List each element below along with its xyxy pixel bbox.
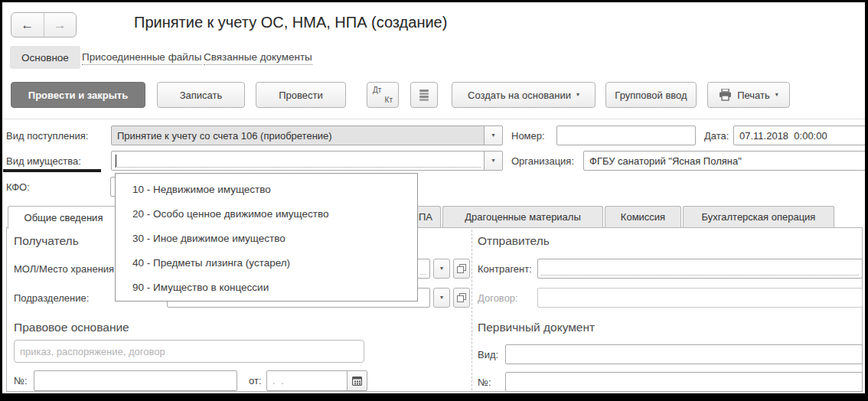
column-divider	[472, 230, 472, 390]
property-type-dropdown-list: 10 - Недвижимое имущество 20 - Особо цен…	[115, 173, 418, 302]
combo-dropdown-button[interactable]: ▾	[484, 152, 502, 170]
date-input[interactable]	[733, 126, 866, 145]
create-on-basis-label: Создать на основании	[468, 90, 571, 101]
print-label: Печать	[737, 90, 770, 101]
create-on-basis-button[interactable]: Создать на основании ▾	[452, 82, 596, 108]
nav-tabs: Основное Присоединенные файлы Связанные …	[0, 46, 868, 70]
chevron-down-icon: ▾	[440, 266, 443, 272]
window-frame	[0, 393, 868, 401]
counterparty-field[interactable]	[537, 259, 863, 279]
receipt-type-combobox[interactable]: Принятие к учету со счета 106 (приобрете…	[111, 126, 503, 145]
legal-basis-heading: Правовое основание	[14, 321, 129, 334]
dtkt-postings-button[interactable]: Дт Кт	[367, 82, 399, 108]
page-title: Принятие к учету ОС, НМА, НПА (создание)	[134, 14, 447, 31]
contract-label: Договор:	[478, 292, 518, 304]
dropdown-item[interactable]: 30 - Иное движимое имущество	[116, 226, 417, 250]
write-button[interactable]: Записать	[157, 82, 245, 108]
tab-precious-materials[interactable]: Драгоценные материалы	[442, 206, 603, 227]
tab-general-info[interactable]: Общие сведения	[8, 206, 119, 229]
nav-tab-main[interactable]: Основное	[10, 46, 80, 69]
tab-accounting-operation[interactable]: Бухгалтерская операция	[683, 206, 834, 227]
receipt-type-value: Принятие к учету со счета 106 (приобрете…	[112, 130, 338, 142]
primary-doc-heading: Первичный документ	[478, 321, 595, 334]
calendar-icon	[352, 376, 362, 386]
empty-field-dots	[115, 167, 481, 168]
kfo-label: КФО:	[6, 181, 30, 193]
window-frame	[0, 0, 2, 401]
date-label: Дата:	[704, 130, 729, 142]
department-open-button[interactable]	[453, 288, 470, 308]
forward-button[interactable]: →	[44, 13, 77, 37]
group-entry-button[interactable]: Групповой ввод	[605, 82, 697, 108]
window-frame	[0, 0, 868, 2]
combo-dropdown-button[interactable]: ▾	[484, 126, 502, 145]
dropdown-item[interactable]: 20 - Особо ценное движимое имущество	[116, 201, 417, 226]
chevron-down-icon: ▾	[576, 92, 579, 98]
legal-from-label: от:	[249, 375, 262, 386]
counterparty-label: Контрагент:	[478, 263, 532, 275]
chevron-down-icon: ▾	[491, 132, 494, 139]
property-type-combobox[interactable]: ▾	[111, 151, 503, 171]
required-field-marker	[3, 169, 101, 172]
date-placeholder: . .	[267, 375, 291, 386]
back-button[interactable]: ←	[11, 13, 44, 37]
back-icon: ←	[21, 18, 34, 33]
dt-label: Дт	[373, 86, 381, 94]
printer-icon	[719, 89, 732, 101]
receipt-type-label: Вид поступления:	[6, 130, 88, 142]
dropdown-item[interactable]: 90 - Имущество в концессии	[116, 275, 417, 299]
legal-date-field[interactable]: . .	[266, 370, 367, 391]
contract-field[interactable]	[537, 288, 863, 308]
truncation-ellipsis: …	[419, 269, 426, 276]
department-dropdown-button[interactable]: ▾	[433, 288, 450, 308]
organization-input[interactable]	[583, 151, 866, 171]
dropdown-item[interactable]: 40 - Предметы лизинга (устарел)	[116, 250, 417, 275]
open-icon	[457, 264, 466, 273]
history-nav: ← →	[11, 12, 77, 37]
kt-label: Кт	[385, 96, 393, 104]
primary-doc-kind-label: Вид:	[478, 349, 498, 360]
mol-dropdown-button[interactable]: ▾	[433, 259, 450, 279]
mol-open-button[interactable]	[453, 259, 470, 279]
text-cursor	[116, 155, 116, 168]
dropdown-item[interactable]: 10 - Недвижимое имущество	[116, 177, 417, 201]
legal-basis-input[interactable]	[14, 340, 364, 363]
toolbar-separator	[0, 119, 868, 119]
window-frame	[865, 0, 868, 401]
number-input[interactable]	[556, 126, 696, 145]
primary-doc-kind-input[interactable]	[505, 344, 863, 364]
organization-label: Организация:	[511, 155, 574, 167]
post-and-close-button[interactable]: Провести и закрыть	[11, 82, 145, 108]
chevron-down-icon: ▾	[491, 158, 494, 164]
legal-number-label: №:	[14, 375, 28, 386]
nav-tab-related-documents[interactable]: Связанные документы	[204, 51, 312, 65]
forward-icon: →	[54, 18, 67, 33]
calendar-button[interactable]	[347, 371, 367, 390]
chevron-down-icon: ▾	[440, 295, 443, 301]
legal-number-input[interactable]	[34, 370, 237, 391]
tab-commission[interactable]: Комиссия	[605, 206, 681, 227]
chevron-down-icon: ▾	[775, 92, 778, 98]
document-structure-button[interactable]	[410, 82, 438, 108]
number-label: Номер:	[511, 130, 545, 142]
department-label: Подразделение:	[14, 292, 89, 304]
property-type-label: Вид имущества:	[6, 155, 81, 167]
document-window: ← → Принятие к учету ОС, НМА, НПА (созда…	[0, 0, 868, 401]
list-icon	[419, 89, 429, 101]
open-icon	[457, 293, 466, 302]
primary-doc-number-label: №:	[478, 377, 491, 388]
post-button[interactable]: Провести	[256, 82, 346, 108]
mol-label: МОЛ/Место хранения:	[14, 263, 117, 275]
sender-heading: Отправитель	[478, 234, 550, 248]
print-button[interactable]: Печать ▾	[707, 82, 790, 108]
primary-doc-number-input[interactable]	[505, 372, 863, 392]
empty-field-dots	[541, 275, 859, 275]
recipient-heading: Получатель	[14, 234, 79, 248]
nav-tab-attached-files[interactable]: Присоединенные файлы	[82, 51, 201, 65]
